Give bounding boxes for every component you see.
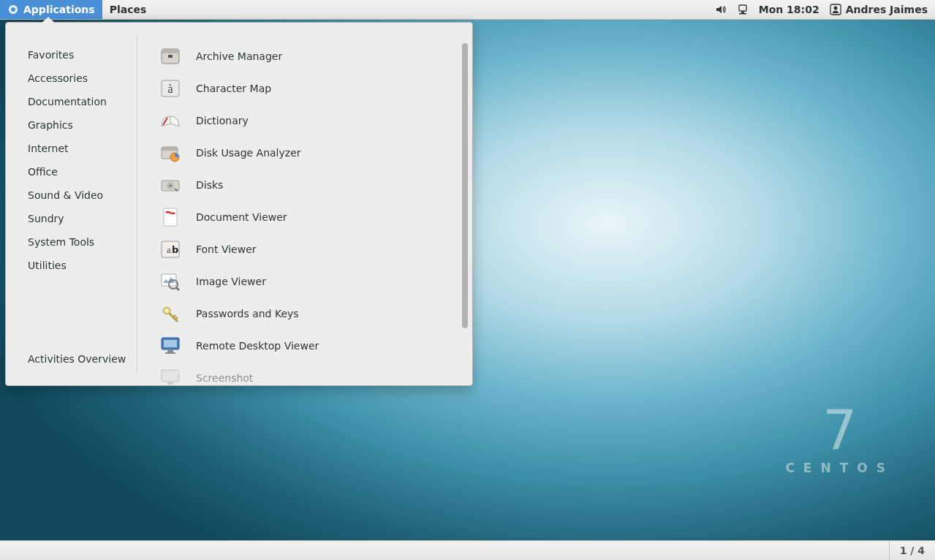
svg-point-25 [165,309,168,312]
app-screenshot[interactable]: Screenshot [158,362,462,385]
svg-rect-13 [162,147,178,151]
category-accessories[interactable]: Accessories [6,67,137,90]
svg-rect-2 [739,5,746,11]
disks-icon [158,173,183,197]
workspace-label: 1 / 4 [900,545,925,556]
svg-rect-30 [162,370,179,382]
volume-icon [715,4,727,15]
svg-rect-31 [167,382,173,385]
dictionary-icon [158,108,183,133]
category-system-tools[interactable]: System Tools [6,230,137,254]
user-icon [830,4,841,15]
document-viewer-icon [158,205,183,230]
svg-rect-18 [164,208,177,226]
category-favorites[interactable]: Favorites [6,43,137,67]
category-sundry[interactable]: Sundry [6,207,137,230]
app-label: Remote Desktop Viewer [196,340,319,352]
app-label: Dictionary [196,115,249,126]
svg-rect-4 [739,13,746,15]
font-viewer-icon: ab [158,237,183,262]
app-passwords-and-keys[interactable]: Passwords and Keys [158,298,462,330]
brand-name: CENTOS [785,461,894,475]
passwords-keys-icon [158,301,183,326]
category-utilities[interactable]: Utilities [6,254,137,277]
image-viewer-icon [158,269,183,294]
menu-categories-pane: Favorites Accessories Documentation Grap… [6,36,137,372]
app-character-map[interactable]: à Character Map [158,72,462,105]
app-disk-usage-analyzer[interactable]: Disk Usage Analyzer [158,137,462,169]
app-label: Archive Manager [196,50,282,62]
screenshot-icon [158,366,183,385]
svg-rect-8 [162,49,179,53]
desktop-branding: 7 CENTOS [785,406,894,475]
archive-manager-icon [158,44,183,69]
svg-point-17 [170,185,172,187]
svg-text:a: a [167,244,171,255]
network-icon [737,4,749,15]
app-list-scrollbar[interactable] [462,43,468,328]
user-menu[interactable]: Andres Jaimes [830,4,928,15]
svg-point-1 [11,7,15,12]
disk-usage-analyzer-icon [158,140,183,165]
system-tray: Mon 18:02 Andres Jaimes [715,0,935,19]
category-sound-video[interactable]: Sound & Video [6,183,137,207]
brand-version: 7 [785,406,894,455]
svg-rect-3 [741,12,744,13]
svg-rect-29 [165,352,175,354]
top-panel: Applications Places Mon 18:02 Andres Jai… [0,0,935,20]
category-graphics[interactable]: Graphics [6,113,137,137]
clock-label: Mon 18:02 [759,4,819,15]
app-archive-manager[interactable]: Archive Manager [158,40,462,72]
character-map-icon: à [158,76,183,101]
app-label: Character Map [196,83,271,94]
app-label: Passwords and Keys [196,308,299,319]
applications-menu-popup: Favorites Accessories Documentation Grap… [5,22,473,386]
app-document-viewer[interactable]: Document Viewer [158,201,462,233]
applications-menu-label: Applications [23,4,95,15]
category-internet[interactable]: Internet [6,137,137,160]
places-menu-label: Places [110,4,147,15]
bottom-panel: 1 / 4 [0,540,935,560]
clock[interactable]: Mon 18:02 [759,4,819,15]
category-documentation[interactable]: Documentation [6,90,137,113]
svg-rect-28 [167,350,173,352]
app-label: Disks [196,179,223,191]
network-indicator[interactable] [737,4,749,15]
app-label: Image Viewer [196,276,266,287]
workspace-switcher[interactable]: 1 / 4 [889,541,935,560]
app-remote-desktop-viewer[interactable]: Remote Desktop Viewer [158,330,462,362]
svg-text:à: à [167,83,173,95]
user-menu-label: Andres Jaimes [846,4,928,15]
svg-text:b: b [172,244,178,255]
os-logo-icon [7,4,19,15]
app-list: Archive Manager à Character Map Dictiona… [158,40,462,385]
svg-rect-27 [164,340,177,347]
app-label: Screenshot [196,372,253,384]
app-label: Font Viewer [196,243,257,255]
places-menu-button[interactable]: Places [102,0,154,19]
app-dictionary[interactable]: Dictionary [158,105,462,137]
menu-apps-pane: Archive Manager à Character Map Dictiona… [137,23,472,385]
svg-point-6 [833,7,837,10]
app-disks[interactable]: Disks [158,169,462,201]
app-image-viewer[interactable]: Image Viewer [158,265,462,298]
activities-overview-button[interactable]: Activities Overview [6,344,137,372]
app-label: Document Viewer [196,211,287,223]
category-office[interactable]: Office [6,160,137,183]
app-label: Disk Usage Analyzer [196,147,301,159]
remote-desktop-icon [158,333,183,358]
volume-indicator[interactable] [715,4,727,15]
app-font-viewer[interactable]: ab Font Viewer [158,233,462,265]
svg-rect-9 [168,55,173,58]
